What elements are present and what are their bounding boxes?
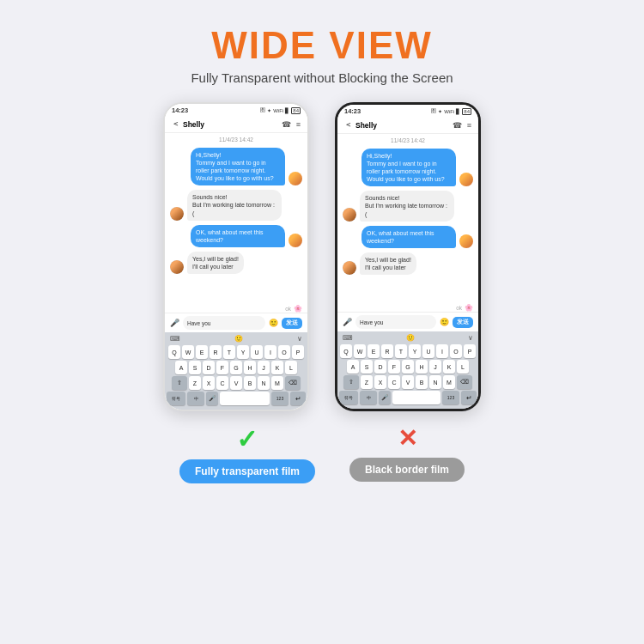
bubble-1: Hi,Shelly!Tommy and I want to go in roll… [191, 148, 285, 185]
back-arrow-right[interactable]: ＜ [344, 119, 352, 131]
main-subtitle: Fully Transparent without Blocking the S… [191, 70, 453, 85]
chat-header-right: ＜ Shelly ☎ ≡ [337, 117, 478, 134]
label-left-pill: Fully transparent film [179, 459, 315, 483]
send-btn-right[interactable]: 发送 [453, 317, 473, 328]
checkmark-icon: ✓ [236, 427, 258, 453]
phone-left-screen: 14:23 图 ✦ WiFi ▊ 84 ＜ Shelly ☎ ≡ [165, 104, 307, 410]
input-text-left: Have you [187, 320, 210, 326]
bottom-labels: ✓ Fully transparent film ✕ Black border … [179, 427, 465, 483]
keyboard-right: ⌨ 🙂 ∨ QWERTYUIOP ASDFGHJKL ⇧ ZXCVBNM ⌫ 符… [337, 331, 478, 409]
input-area-right: 🎤 Have you 🙂 发送 [337, 312, 478, 331]
date-sep-right: 11/4/23 14:42 [337, 137, 478, 143]
send-btn-left[interactable]: 发送 [282, 318, 302, 329]
main-title: WIDE VIEW [191, 24, 453, 67]
avatar-left-r4 [343, 261, 356, 275]
chat-body-left: Hi,Shelly!Tommy and I want to go in roll… [165, 146, 307, 307]
status-icons-right: 图 ✦ WiFi ▊ 84 [431, 107, 471, 115]
label-right-item: ✕ Black border film [349, 427, 465, 483]
ok-row-left: ok 🌸 [165, 305, 307, 313]
input-text-right: Have you [360, 319, 383, 325]
kb-toolbar-right: ⌨ 🙂 ∨ [339, 333, 477, 343]
input-box-right[interactable]: Have you [355, 315, 436, 329]
header: WIDE VIEW Fully Transparent without Bloc… [191, 0, 453, 85]
bubble-r1: Hi,Shelly!Tommy and I want to go in roll… [361, 149, 456, 186]
phone-left: 14:23 图 ✦ WiFi ▊ 84 ＜ Shelly ☎ ≡ [163, 102, 309, 411]
kb-row-1: QWERTYUIOP [167, 345, 306, 359]
msg-row-3: OK, what about meet this weekend? [170, 225, 302, 247]
phone-right: 14:23 图 ✦ WiFi ▊ 84 ＜ Shelly ☎ ≡ [335, 102, 481, 411]
msg-row-r4: Yes,I will be glad!I'll call you later [343, 252, 473, 275]
input-box-left[interactable]: Have you [183, 316, 265, 330]
contact-name-left: Shelly [183, 120, 204, 129]
bubble-2: Sounds nice!But I'm working late tomorro… [187, 190, 282, 220]
emoji-right: 🌸 [465, 304, 473, 312]
bubble-4: Yes,I will be glad!I'll call you later [187, 252, 244, 274]
avatar-right-3 [289, 234, 302, 247]
kb-row-2: ASDFGHJKL [167, 361, 306, 374]
phone-right-screen: 14:23 图 ✦ WiFi ▊ 84 ＜ Shelly ☎ ≡ [337, 105, 478, 409]
emoji-left: 🌸 [294, 305, 302, 313]
emoji-input-left[interactable]: 🙂 [269, 319, 278, 327]
avatar-left-4 [170, 260, 184, 274]
avatar-right-r1 [459, 173, 473, 186]
avatar-right-r3 [459, 234, 473, 248]
phone-icon-left[interactable]: ☎ [282, 120, 291, 129]
msg-row-r3: OK, what about meet this weekend? [343, 226, 473, 248]
input-area-left: 🎤 Have you 🙂 发送 [165, 313, 307, 332]
ok-text-left: ok [285, 306, 291, 312]
bubble-r3: OK, what about meet this weekend? [361, 226, 456, 248]
status-bar-left: 14:23 图 ✦ WiFi ▊ 84 [165, 104, 307, 116]
keyboard-left: ⌨ 🙂 ∨ QWERTYUIOP ASDFGHJKL ⇧ ZXCVBNM ⌫ 符… [165, 332, 307, 410]
bubble-r2: Sounds nice!But I'm working late tomorro… [360, 191, 454, 221]
date-sep-left: 11/4/23 14:42 [165, 137, 307, 143]
msg-row-1: Hi,Shelly!Tommy and I want to go in roll… [170, 148, 302, 185]
kb-toolbar-left: ⌨ 🙂 ∨ [167, 334, 306, 343]
contact-name-right: Shelly [355, 121, 377, 130]
avatar-left-2 [170, 207, 184, 221]
crossmark-icon: ✕ [398, 427, 417, 451]
msg-row-4: Yes,I will be glad!I'll call you later [170, 252, 302, 274]
back-arrow-left[interactable]: ＜ [172, 118, 179, 130]
kb-row-4: 符号 中 🎤 123 ↵ [167, 392, 306, 405]
chat-header-left: ＜ Shelly ☎ ≡ [165, 116, 307, 133]
chat-body-right: Hi,Shelly!Tommy and I want to go in roll… [337, 147, 478, 306]
avatar-left-r2 [343, 208, 356, 222]
msg-row-r1: Hi,Shelly!Tommy and I want to go in roll… [343, 149, 473, 186]
menu-icon-left[interactable]: ≡ [296, 120, 301, 129]
mic-icon-right[interactable]: 🎤 [343, 318, 352, 326]
ok-row-right: ok 🌸 [337, 304, 478, 312]
mic-icon-left[interactable]: 🎤 [170, 319, 179, 327]
msg-row-r2: Sounds nice!But I'm working late tomorro… [343, 191, 473, 221]
ok-text-right: ok [456, 305, 462, 311]
phone-icon-right[interactable]: ☎ [453, 121, 462, 130]
menu-icon-right[interactable]: ≡ [467, 121, 471, 130]
msg-row-2: Sounds nice!But I'm working late tomorro… [170, 190, 302, 220]
time-right: 14:23 [344, 107, 361, 115]
time-left: 14:23 [172, 106, 188, 114]
bubble-r4: Yes,I will be glad!I'll call you later [360, 252, 416, 275]
label-left-item: ✓ Fully transparent film [179, 427, 315, 483]
kb-row-3: ⇧ ZXCVBNM ⌫ [167, 376, 306, 390]
emoji-input-right[interactable]: 🙂 [440, 318, 449, 326]
phones-container: 14:23 图 ✦ WiFi ▊ 84 ＜ Shelly ☎ ≡ [163, 102, 481, 411]
avatar-right-1 [289, 172, 302, 185]
status-icons-left: 图 ✦ WiFi ▊ 84 [260, 106, 301, 114]
label-right-pill: Black border film [349, 458, 465, 482]
status-bar-right: 14:23 图 ✦ WiFi ▊ 84 [337, 105, 478, 117]
bubble-3: OK, what about meet this weekend? [191, 225, 285, 247]
